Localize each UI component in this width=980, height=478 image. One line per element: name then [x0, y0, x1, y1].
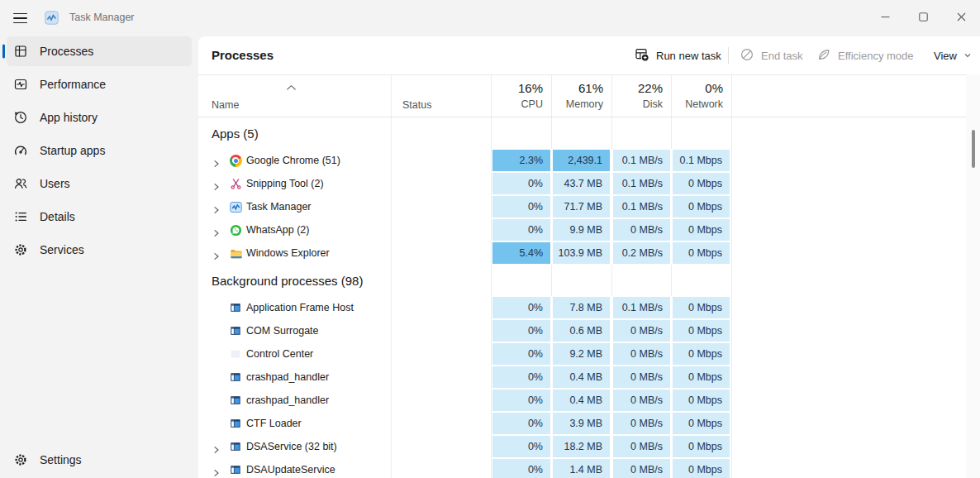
column-header-name[interactable]: Name — [212, 99, 239, 111]
sidebar-item-details[interactable]: Details — [7, 202, 192, 232]
disk-cell: 0.1 MB/s — [613, 297, 670, 318]
app-window-icon — [229, 463, 242, 476]
cpu-cell: 5.4% — [492, 242, 550, 264]
column-summary-memory: 61% — [551, 74, 603, 96]
process-name: DSAUpdateService — [246, 458, 335, 478]
sidebar-item-startup-apps[interactable]: Startup apps — [7, 136, 192, 165]
memory-cell: 9.9 MB — [553, 219, 610, 241]
sidebar-item-label: Performance — [40, 78, 106, 91]
process-row-google-chrome-51[interactable]: Google Chrome (51)2.3%2,439.1 MB0.1 MB/s… — [198, 149, 980, 172]
network-cell: 0 Mbps — [673, 173, 730, 194]
memory-cell: 3.9 MB — [553, 413, 610, 434]
process-row-windows-explorer[interactable]: Windows Explorer5.4%103.9 MB0.2 MB/s0 Mb… — [198, 241, 980, 265]
network-cell: 0 Mbps — [673, 219, 730, 241]
end-task-button[interactable]: End task — [733, 43, 810, 68]
scrollbar-thumb[interactable] — [972, 130, 975, 168]
cpu-cell: 0% — [492, 173, 550, 194]
minimize-icon[interactable] — [866, 0, 904, 33]
maximize-icon[interactable] — [904, 0, 942, 33]
column-header-disk[interactable]: 22%Disk — [611, 74, 663, 112]
column-divider — [551, 265, 552, 296]
expand-chevron-icon[interactable] — [212, 226, 221, 234]
process-row-whatsapp-2[interactable]: WhatsApp (2)0%9.9 MB0 MB/s0 Mbps — [198, 218, 980, 241]
table-body: Apps (5)Google Chrome (51)2.3%2,439.1 MB… — [198, 117, 980, 478]
close-icon[interactable] — [942, 0, 980, 33]
sidebar-item-label: App history — [40, 111, 98, 124]
cpu-cell: 0% — [492, 343, 550, 365]
chevron-down-icon — [963, 50, 972, 62]
faint-app-icon — [229, 347, 242, 361]
performance-icon — [13, 77, 28, 92]
group-header-label: Background processes (98) — [212, 274, 363, 288]
process-row-application-frame-host[interactable]: Application Frame Host0%7.8 MB0.1 MB/s0 … — [198, 296, 980, 319]
column-label-cpu: CPU — [491, 96, 543, 112]
task-manager-app-icon — [45, 11, 59, 25]
process-name: COM Surrogate — [246, 319, 319, 342]
column-header-cpu[interactable]: 16%CPU — [491, 74, 543, 112]
cpu-cell: 0% — [492, 436, 550, 457]
sidebar-item-label: Settings — [40, 453, 82, 466]
column-divider — [551, 117, 552, 149]
main-panel: Processes Run new task End task Efficien… — [198, 36, 980, 478]
process-name: Application Frame Host — [246, 296, 354, 319]
run-new-task-label: Run new task — [656, 50, 721, 62]
expand-chevron-icon[interactable] — [212, 203, 221, 211]
column-label-network: Network — [671, 96, 723, 112]
expand-chevron-icon[interactable] — [212, 466, 221, 474]
sidebar-item-users[interactable]: Users — [7, 169, 192, 198]
sidebar-item-app-history[interactable]: App history — [7, 103, 192, 132]
column-header-network[interactable]: 0%Network — [671, 74, 723, 112]
sidebar-item-services[interactable]: Services — [7, 235, 192, 265]
run-new-task-button[interactable]: Run new task — [626, 43, 730, 68]
expand-chevron-icon[interactable] — [212, 156, 221, 165]
process-table: NameStatus16%CPU61%Memory22%Disk0%Networ… — [198, 74, 980, 478]
disk-cell: 0 MB/s — [613, 413, 670, 434]
disk-cell: 0 MB/s — [613, 219, 670, 241]
app-window-icon — [229, 440, 242, 453]
column-header-memory[interactable]: 61%Memory — [551, 74, 603, 112]
toolbar-separator — [728, 47, 729, 64]
app-window-icon — [229, 301, 242, 314]
efficiency-mode-leaf-icon — [816, 47, 831, 65]
expand-chevron-icon[interactable] — [212, 179, 221, 188]
sidebar-navigation: ProcessesPerformanceApp historyStartup a… — [0, 36, 198, 478]
memory-cell: 1.4 MB — [553, 459, 610, 478]
memory-cell: 43.7 MB — [553, 173, 610, 194]
process-row-dsaupdateservice[interactable]: DSAUpdateService0%1.4 MB0 MB/s0 Mbps — [198, 458, 980, 478]
efficiency-mode-button[interactable]: Efficiency mode — [810, 43, 921, 68]
process-row-com-surrogate[interactable]: COM Surrogate0%0.6 MB0 MB/s0 Mbps — [198, 319, 980, 342]
memory-cell: 0.4 MB — [553, 366, 610, 388]
process-row-control-center[interactable]: Control Center0%9.2 MB0 MB/s0 Mbps — [198, 342, 980, 366]
sidebar-item-label: Details — [40, 210, 75, 223]
disk-cell: 0 MB/s — [613, 436, 670, 457]
sidebar-item-label: Users — [40, 177, 70, 190]
chrome-icon — [229, 154, 242, 167]
process-row-crashpad-handler[interactable]: crashpad_handler0%0.4 MB0 MB/s0 Mbps — [198, 389, 980, 412]
column-header-status[interactable]: Status — [402, 99, 431, 111]
disk-cell: 0.1 MB/s — [613, 150, 670, 171]
task-manager-window: Task Manager ProcessesPerformanceApp his… — [0, 0, 980, 478]
process-row-crashpad-handler[interactable]: crashpad_handler0%0.4 MB0 MB/s0 Mbps — [198, 366, 980, 389]
view-dropdown-button[interactable]: View — [927, 43, 978, 68]
expand-chevron-icon[interactable] — [212, 249, 221, 257]
network-cell: 0.1 Mbps — [673, 150, 730, 171]
disk-cell: 0 MB/s — [613, 320, 670, 342]
group-header-background-processes: Background processes (98) — [198, 265, 980, 296]
process-name: Google Chrome (51) — [246, 149, 340, 172]
process-row-task-manager[interactable]: Task Manager0%71.7 MB0.1 MB/s0 Mbps — [198, 195, 980, 218]
cpu-cell: 0% — [492, 320, 550, 342]
sidebar-item-performance[interactable]: Performance — [7, 69, 192, 99]
process-row-ctf-loader[interactable]: CTF Loader0%3.9 MB0 MB/s0 Mbps — [198, 412, 980, 435]
column-label-disk: Disk — [611, 96, 663, 112]
memory-cell: 2,439.1 MB — [553, 150, 610, 171]
sidebar-item-label: Services — [40, 243, 84, 256]
sidebar-item-processes[interactable]: Processes — [7, 36, 192, 66]
sidebar-item-settings[interactable]: Settings — [7, 445, 192, 475]
expand-chevron-icon[interactable] — [212, 442, 221, 451]
process-row-snipping-tool-2[interactable]: Snipping Tool (2)0%43.7 MB0.1 MB/s0 Mbps — [198, 172, 980, 195]
app-window-icon — [229, 417, 242, 430]
end-task-icon — [740, 47, 754, 65]
run-new-task-icon — [635, 47, 649, 65]
process-row-dsaservice-32-bit[interactable]: DSAService (32 bit)0%18.2 MB0 MB/s0 Mbps — [198, 435, 980, 458]
navigation-menu-icon[interactable] — [5, 6, 35, 31]
